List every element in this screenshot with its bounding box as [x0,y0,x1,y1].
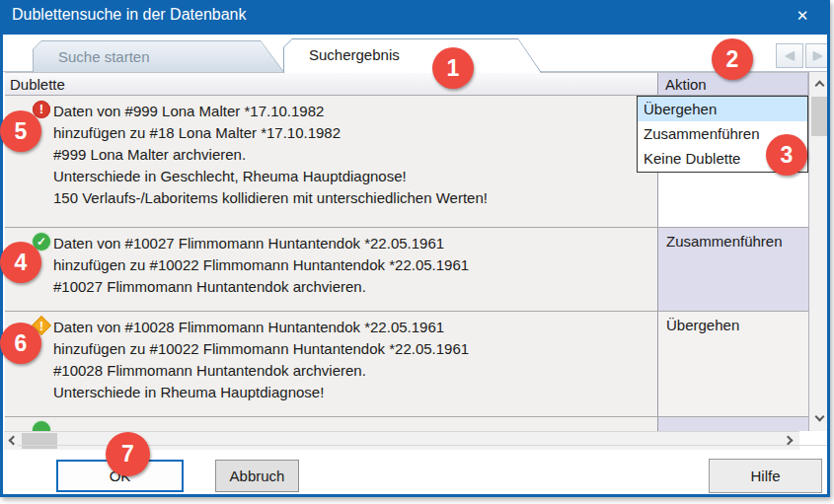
tab-label: Suche starten [58,48,150,65]
row-text: Daten von #999 Lona Malter *17.10.1982 [53,101,324,122]
annotation-badge-3: 3 [766,134,807,176]
annotation-badge-4: 4 [0,242,41,283]
table-row[interactable]: ✓ Daten von #10027 Flimmomann Huntantend… [5,228,808,312]
window-border [0,0,3,497]
tab-suchergebnis[interactable]: Suchergebnis [283,38,542,73]
row-text: Daten von #10027 Flimmomann Huntantendok… [53,233,444,254]
annotation-badge-6: 6 [0,323,41,364]
scroll-left-icon[interactable] [4,432,22,450]
horizontal-scroll-thumb[interactable] [22,433,57,449]
scroll-right-icon[interactable] [782,432,799,450]
table-row[interactable]: ! Daten von #10028 Flimmomann Huntantend… [5,312,808,417]
column-header-dublette[interactable]: Dublette [10,76,65,93]
window-border [0,494,830,497]
annotation-badge-5: 5 [0,110,41,152]
grid-header: Dublette Aktion [5,72,808,96]
tab-scroll-left-icon[interactable]: ◀ [776,43,803,68]
window-title: Dublettensuche in der Datenbank [12,6,247,24]
row-text: #999 Lona Malter archvieren. [53,144,246,166]
row-text: Unterschiede in Rheuma Hauptdiagnose! [53,382,324,403]
tabstrip: Suche starten Suchergebnis ◀ ▶ [3,35,827,72]
row-text: hinzufügen zu #18 Lona Malter *17.10.198… [53,122,341,144]
duplicate-search-dialog: Dublettensuche in der Datenbank ✕ Suche … [0,0,830,497]
help-button[interactable]: Hilfe [709,459,822,493]
row-text: Daten von #10028 Flimmomann Huntantendok… [53,317,444,338]
action-value: Zusammenführen [666,233,783,250]
close-icon[interactable]: ✕ [781,0,824,32]
tab-label: Suchergebnis [309,46,400,63]
action-value: Übergehen [666,317,739,333]
action-cell[interactable]: Zusammenführen [657,228,808,311]
row-text: #10027 Flimmomann Huntantendok archviere… [53,276,366,298]
annotation-badge-7: 7 [106,432,150,476]
dropdown-item-uebergehen[interactable]: Übergehen [638,97,807,121]
row-text: Unterschiede in Geschlecht, Rheuma Haupt… [53,166,407,187]
table-row-partial[interactable] [5,417,808,431]
cancel-button[interactable]: Abbruch [215,460,299,492]
annotation-badge-1: 1 [432,47,474,89]
titlebar[interactable]: Dublettensuche in der Datenbank ✕ [0,0,830,35]
row-text: #10028 Flimmomann Huntantendok archviere… [53,360,366,382]
tab-suche-starten[interactable]: Suche starten [33,40,284,72]
row-text: hinzufügen zu #10022 Flimmomann Huntante… [53,254,469,276]
row-text: hinzufügen zu #10022 Flimmomann Huntante… [53,338,469,360]
annotation-badge-2: 2 [712,38,753,80]
success-icon [33,421,50,431]
window-border [827,0,830,497]
action-cell[interactable]: Übergehen [657,312,808,416]
row-text: 150 Verlaufs-/Laboritems kollidieren mit… [53,187,488,209]
